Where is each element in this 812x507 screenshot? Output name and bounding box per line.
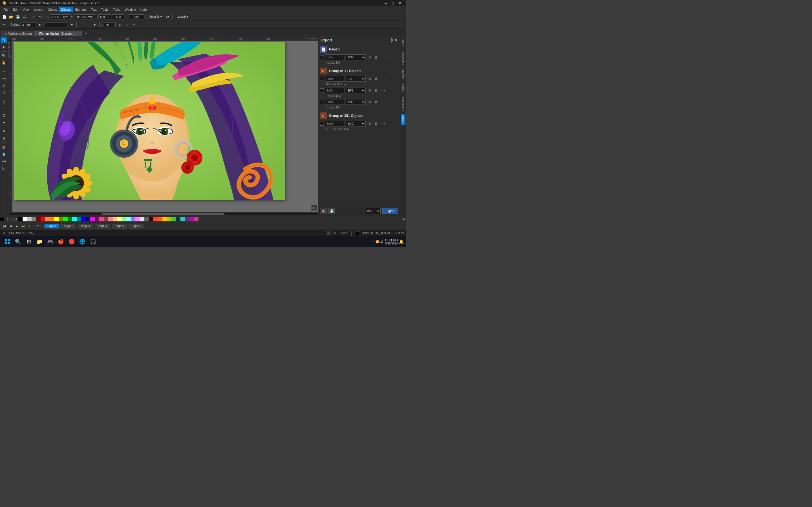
canvas-area[interactable]: ⊕ bbox=[12, 41, 318, 212]
page-first-btn[interactable]: |◀ bbox=[2, 224, 7, 228]
tab-close-icon[interactable]: ✕ bbox=[76, 32, 78, 35]
swatch-darkmagenta[interactable] bbox=[190, 217, 194, 221]
fill-tool[interactable]: ▨ bbox=[1, 144, 7, 151]
page-prev-btn[interactable]: ◀ bbox=[8, 224, 13, 228]
eyedropper-tool[interactable]: 💧 bbox=[1, 151, 7, 158]
win-close[interactable]: ✕ bbox=[396, 1, 404, 5]
export-settings-group11-jpg[interactable]: ⚙ bbox=[367, 76, 372, 82]
intersect-btn[interactable]: ⊕ bbox=[117, 22, 123, 28]
zoom-input[interactable] bbox=[129, 14, 144, 19]
swatch-olive[interactable] bbox=[59, 217, 63, 221]
export-suffix-page1-pdf[interactable] bbox=[325, 54, 345, 60]
swatch-cyan[interactable] bbox=[72, 217, 77, 221]
swatch-lightmagenta[interactable] bbox=[135, 217, 140, 221]
export-more-group11-pdf[interactable]: ⋯ bbox=[380, 99, 386, 105]
menu-edit[interactable]: Edit bbox=[11, 7, 20, 12]
line-start-btn[interactable]: ── bbox=[78, 22, 84, 28]
swatch-medgreen[interactable] bbox=[171, 217, 176, 221]
swatch-brown[interactable] bbox=[104, 217, 108, 221]
menu-text[interactable]: Text bbox=[89, 7, 99, 12]
swatch-amber[interactable] bbox=[162, 217, 167, 221]
menu-window[interactable]: Window bbox=[123, 7, 138, 12]
tray-network[interactable]: 📶 bbox=[375, 240, 379, 243]
text-tool[interactable]: A bbox=[1, 128, 7, 135]
swatch-hotpink[interactable] bbox=[99, 217, 104, 221]
swatch-darkorange[interactable] bbox=[158, 217, 162, 221]
export-settings-page1-pdf[interactable]: ⚙ bbox=[367, 54, 372, 60]
swatch-purple[interactable] bbox=[95, 217, 99, 221]
new-btn[interactable]: 📄 bbox=[1, 14, 7, 20]
swatch-lightred2[interactable] bbox=[153, 217, 158, 221]
swatch-gray2[interactable] bbox=[32, 217, 36, 221]
export-delete-group11-pdf[interactable]: 🗑 bbox=[373, 99, 379, 105]
page-tab-4[interactable]: Page 4 bbox=[95, 224, 110, 228]
taskbar-app2[interactable]: 🎮 bbox=[45, 237, 55, 247]
start-button[interactable] bbox=[2, 237, 12, 247]
taskbar-app3[interactable]: 🍎 bbox=[56, 237, 66, 247]
swatch-orangered[interactable] bbox=[45, 217, 50, 221]
export-expand-btn[interactable]: ⟫ bbox=[391, 38, 393, 42]
rect-tool[interactable]: □ bbox=[1, 98, 7, 105]
swatch-blue[interactable] bbox=[81, 217, 86, 221]
export-delete-group11-jpg[interactable]: 🗑 bbox=[373, 76, 379, 82]
right-tab-comments[interactable]: Comments bbox=[400, 95, 406, 113]
tray-volume[interactable]: 🔊 bbox=[380, 240, 384, 243]
add-stop-btn[interactable]: + bbox=[131, 22, 137, 28]
launch-btn[interactable]: Launch ▾ bbox=[174, 14, 191, 20]
search-button[interactable]: 🔍 bbox=[13, 237, 23, 247]
export-format-group281-svg[interactable]: SVG JPG PDF EPS PNG bbox=[346, 121, 366, 126]
export-settings-group281-svg[interactable]: ⚙ bbox=[367, 121, 372, 126]
swatch-green[interactable] bbox=[68, 217, 72, 221]
right-tab-export[interactable]: Export bbox=[401, 114, 405, 125]
outline-btn[interactable]: ✏ bbox=[1, 22, 7, 28]
swatch-lightyellow[interactable] bbox=[117, 217, 122, 221]
page-add-btn[interactable]: + bbox=[27, 224, 32, 228]
save-btn[interactable]: 💾 bbox=[15, 14, 21, 20]
export-close-btn[interactable]: ✕ bbox=[394, 38, 398, 42]
export-save-btn[interactable]: 💾 bbox=[328, 208, 335, 214]
zoom-indicator[interactable]: ⊕ bbox=[311, 205, 317, 211]
export-settings-group11-pdf[interactable]: ⚙ bbox=[367, 99, 372, 105]
page-tab-2[interactable]: Page 2 bbox=[61, 224, 77, 228]
export-suffix-group11-jpg[interactable] bbox=[325, 76, 345, 82]
swatch-black[interactable] bbox=[18, 217, 22, 221]
export-delete-page1-pdf[interactable]: 🗑 bbox=[373, 54, 379, 60]
pen-tool[interactable]: 🖊 bbox=[1, 82, 7, 89]
menu-file[interactable]: File bbox=[1, 7, 11, 12]
export-more-group11-eps[interactable]: ⋯ bbox=[380, 88, 386, 93]
zoom-tool[interactable]: 🔍 bbox=[1, 52, 7, 59]
tray-clock[interactable]: 11:21 PM 6/10/2024 bbox=[385, 238, 398, 245]
page-tab-6[interactable]: Page 6 bbox=[129, 224, 144, 228]
polygon-tool[interactable]: ⬡ bbox=[1, 112, 7, 119]
swatch-medcyan[interactable] bbox=[181, 217, 185, 221]
swatch-darkblue2[interactable] bbox=[185, 217, 190, 221]
swatch-darkred[interactable] bbox=[36, 217, 41, 221]
swatch-lime[interactable] bbox=[63, 217, 68, 221]
swatch-navy[interactable] bbox=[86, 217, 90, 221]
swatch-darkteal[interactable] bbox=[176, 217, 181, 221]
export-suffix-group11-pdf[interactable] bbox=[325, 99, 345, 105]
page-tab-3[interactable]: Page 3 bbox=[78, 224, 93, 228]
export-more-group11-jpg[interactable]: ⋯ bbox=[380, 76, 386, 82]
export-delete-group281-svg[interactable]: 🗑 bbox=[373, 121, 379, 126]
ellipse-tool[interactable]: ○ bbox=[1, 105, 7, 112]
menu-object[interactable]: Object bbox=[45, 7, 59, 12]
export-suffix-group281-svg[interactable] bbox=[325, 121, 345, 126]
snap-settings-btn[interactable]: ⚙ bbox=[165, 14, 171, 20]
swatch-gray1[interactable] bbox=[27, 217, 32, 221]
menu-tools[interactable]: Tools bbox=[111, 7, 123, 12]
export-more-group281-svg[interactable]: ⋯ bbox=[380, 121, 386, 126]
swatch-darkgray[interactable] bbox=[144, 217, 149, 221]
pan-tool[interactable]: ✋ bbox=[1, 59, 7, 66]
menu-bitmaps[interactable]: Bitmaps bbox=[73, 7, 89, 12]
export-delete-group11-eps[interactable]: 🗑 bbox=[373, 88, 379, 93]
win-maximize[interactable]: □ bbox=[389, 1, 396, 5]
outline-size-input[interactable] bbox=[20, 22, 36, 27]
scrollbar-thumb-h[interactable] bbox=[101, 213, 225, 215]
swatch-yellowgreen[interactable] bbox=[167, 217, 171, 221]
open-btn[interactable]: 📂 bbox=[8, 14, 14, 20]
y-input[interactable]: 205.655 mm bbox=[74, 14, 95, 19]
export-checkbox-group11-eps[interactable] bbox=[320, 89, 324, 93]
export-more-page1-pdf[interactable]: ⋯ bbox=[380, 54, 386, 60]
swatch-white[interactable] bbox=[22, 217, 27, 221]
